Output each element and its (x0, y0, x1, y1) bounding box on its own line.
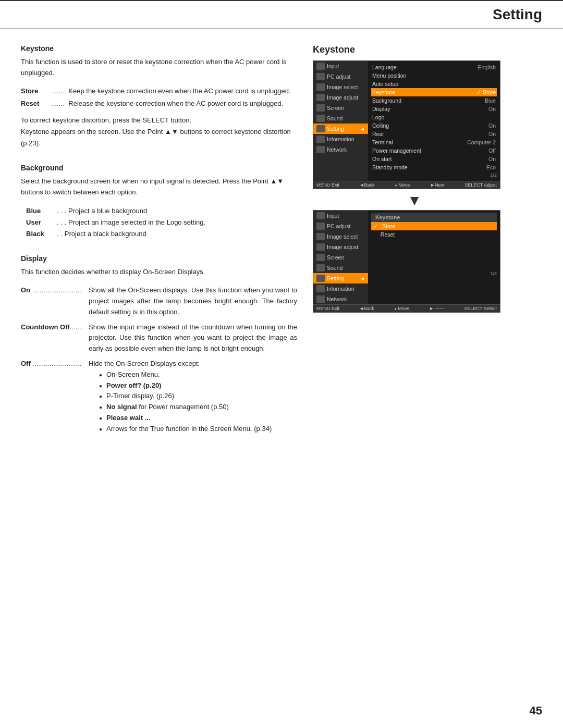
image-select-icon (316, 83, 325, 91)
statusbar-move-1: ⬧ Move (395, 182, 410, 188)
screen-icon (316, 104, 325, 112)
menu-right-panel-2: Keystone ✓ Store Reset 1/2 (368, 211, 500, 304)
menu-sidebar-2: Input PC adjust Image select Image adjus… (313, 211, 368, 304)
menu-right-power-mgmt: Power management Off (371, 146, 497, 155)
menu-right-ceiling: Ceiling On (371, 121, 497, 130)
menu2-image-adjust: Image adjust (313, 242, 368, 252)
menu-body-2: Input PC adjust Image select Image adjus… (313, 211, 500, 304)
statusbar-next-2: ► ------ (429, 306, 444, 311)
menu-statusbar-2: MENU Exit ◄Back ⬧ Move ► ------ SELECT S… (313, 304, 500, 312)
bullet-item-3: P-Timer display. (p.26) (99, 391, 297, 402)
display-countdown-label: Countdown Off....... (21, 322, 83, 354)
menu-sidebar-1: Input PC adjust Image select Image adjus… (313, 61, 368, 181)
background-section: Background Select the background screen … (21, 164, 297, 240)
background-options: Blue . . . Project a blue background Use… (26, 205, 297, 240)
information-icon (316, 135, 325, 143)
submenu-reset: Reset (371, 230, 497, 239)
submenu-store: ✓ Store (371, 222, 497, 230)
pc-icon-2 (316, 223, 325, 230)
statusbar-move-2: ⬧ Move (394, 306, 410, 311)
store-label: Store (21, 86, 47, 97)
network-icon-2 (316, 295, 325, 303)
bg-black-label: Black (26, 228, 55, 240)
information-icon-2 (316, 285, 325, 292)
sound-icon (316, 115, 325, 122)
display-section: Display This function decides whether to… (21, 254, 297, 434)
keystone-note2: Keystone appears on the screen. Use the … (21, 128, 291, 147)
display-off-row: Off .......................... Hide the … (21, 359, 297, 435)
reset-dots: ....... (51, 98, 64, 109)
bg-black-dots: . . (57, 228, 63, 240)
display-countdown-row: Countdown Off....... Show the input imag… (21, 322, 297, 354)
bg-user-dots: . . . (57, 217, 66, 228)
menu-right-terminal: Terminal Computer 2 (371, 138, 497, 146)
bg-blue-row: Blue . . . Project a blue background (26, 205, 297, 217)
keystone-note1: To correct keystone distortion, press th… (21, 116, 191, 124)
pc-icon (316, 73, 325, 80)
keystone-right-title: Keystone (313, 44, 516, 55)
image-select-icon-2 (316, 233, 325, 240)
menu-right-panel-1: Language English Menu position Auto setu… (368, 61, 500, 181)
display-on-label: On .......................... (21, 285, 83, 317)
bg-user-text: Project an image selected in the Logo se… (68, 217, 205, 228)
bullet-item-2: Power off? (p.20) (99, 380, 297, 391)
store-dots: ....... (51, 86, 64, 97)
statusbar-back-2: ◄Back (359, 306, 374, 311)
menu2-information: Information (313, 283, 368, 294)
statusbar-exit-2: MENU Exit (316, 306, 339, 311)
bullet-item-5: Please wait ... (99, 413, 297, 424)
menu-body-1: Input PC adjust Image select Image adjus… (313, 61, 500, 181)
menu-statusbar-1: MENU Exit ◄Back ⬧ Move ►Next SELECT Adju… (313, 181, 500, 189)
menu-right-logo: Logo (371, 113, 497, 121)
menu2-input: Input (313, 211, 368, 221)
countdown-dots: ....... (70, 323, 83, 331)
menu-sound: Sound (313, 113, 368, 124)
menu2-image-select: Image select (313, 231, 368, 242)
display-on-text: Show all the On-Screen displays. Use thi… (89, 285, 297, 317)
keystone-store-row: Store ....... Keep the keystone correcti… (21, 86, 297, 97)
setting-icon-2 (316, 275, 325, 282)
screen-icon-2 (316, 254, 325, 261)
page-number: 45 (530, 704, 542, 717)
menu-image-adjust: Image adjust (313, 92, 368, 103)
menu2-sound: Sound (313, 263, 368, 273)
reset-text: Release the keystone correction when the… (68, 98, 297, 109)
menu-right-language: Language English (371, 63, 497, 71)
submenu-header: Keystone (371, 213, 497, 222)
image-adjust-icon (316, 94, 325, 101)
display-heading: Display (21, 254, 297, 263)
bg-user-label: User (26, 217, 55, 228)
menu2-setting: Setting ◄ (313, 273, 368, 283)
keystone-heading: Keystone (21, 44, 297, 53)
menu-right-rear: Rear On (371, 130, 497, 138)
display-off-label: Off .......................... (21, 359, 83, 435)
menu2-screen: Screen (313, 252, 368, 263)
statusbar-exit-1: MENU Exit (316, 182, 339, 188)
menu-screenshot-1: Input PC adjust Image select Image adjus… (313, 60, 500, 189)
main-content: Keystone This function is used to store … (0, 29, 563, 480)
bullet-item-1: On-Screen Menu. (99, 369, 297, 380)
display-bullet-list: On-Screen Menu. Power off? (p.20) P-Time… (99, 369, 297, 435)
display-countdown-text: Show the input image instead of the coun… (89, 322, 297, 354)
menu-right-on-start: On start On (371, 155, 497, 163)
statusbar-next-1: ►Next (430, 182, 444, 188)
keystone-defs: Store ....... Keep the keystone correcti… (21, 86, 297, 110)
display-on-row: On .......................... Show all t… (21, 285, 297, 317)
display-body: This function decides whether to display… (21, 267, 297, 278)
off-dots: .......................... (32, 360, 81, 367)
bg-blue-label: Blue (26, 205, 55, 217)
image-adjust-icon-2 (316, 243, 325, 251)
page-title: Setting (21, 6, 542, 23)
bg-user-row: User . . . Project an image selected in … (26, 217, 297, 228)
menu2-network: Network (313, 294, 368, 304)
keystone-reset-row: Reset ....... Release the keystone corre… (21, 98, 297, 109)
bg-black-row: Black . . Project a black background (26, 228, 297, 240)
menu-setting: Setting ◄ (313, 124, 368, 134)
menu-page-num-1: 1/2 (371, 171, 497, 179)
menu-input: Input (313, 61, 368, 71)
menu-information: Information (313, 134, 368, 144)
keystone-body: This function is used to store or reset … (21, 57, 297, 79)
input-icon (316, 63, 325, 70)
display-off-text: Hide the On-Screen Displays except; On-S… (89, 359, 297, 435)
menu-image-select: Image select (313, 82, 368, 92)
